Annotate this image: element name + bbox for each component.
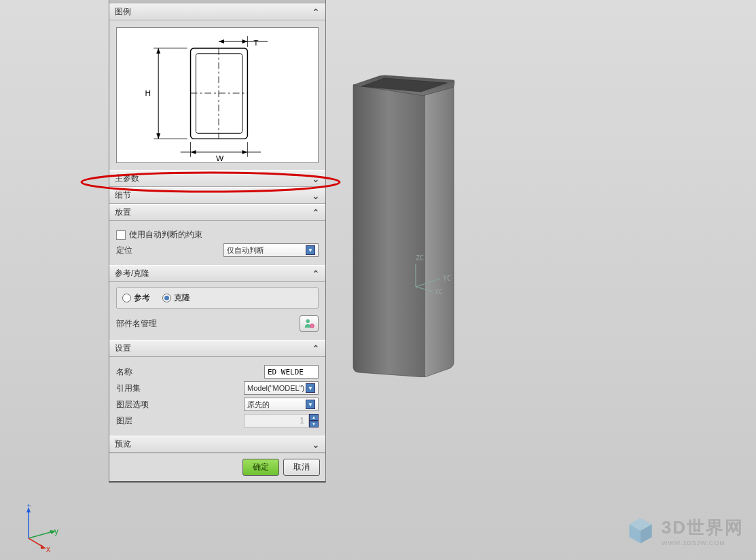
dialog-panel: 图例 ⌃ H W T 主参数 ⌄ bbox=[109, 0, 326, 483]
section-refclone[interactable]: 参考/克隆 ⌃ bbox=[109, 265, 325, 282]
section-main-params-label: 主参数 bbox=[115, 173, 139, 184]
chevron-down-icon: ⌄ bbox=[312, 173, 320, 184]
name-label: 名称 bbox=[116, 366, 170, 378]
auto-constraint-checkbox[interactable] bbox=[116, 230, 126, 240]
svg-line-2 bbox=[416, 287, 433, 292]
diagram-t-label: T bbox=[253, 38, 258, 48]
position-label: 定位 bbox=[116, 245, 170, 256]
svg-point-19 bbox=[310, 324, 314, 328]
clone-radio[interactable]: 克隆 bbox=[162, 292, 190, 304]
layer-opt-dropdown[interactable]: 原先的 ▼ bbox=[244, 398, 319, 411]
legend-diagram: H W T bbox=[116, 27, 319, 163]
section-preview-label: 预览 bbox=[115, 438, 131, 450]
name-input[interactable] bbox=[264, 365, 319, 379]
layer-opt-value: 原先的 bbox=[247, 400, 306, 410]
diagram-h-label: H bbox=[145, 88, 151, 98]
section-detail[interactable]: 细节 ⌄ bbox=[109, 187, 325, 204]
section-settings-label: 设置 bbox=[115, 343, 131, 354]
diagram-w-label: W bbox=[216, 154, 224, 162]
chevron-up-icon: ⌃ bbox=[312, 268, 320, 279]
model-view[interactable] bbox=[346, 65, 462, 377]
section-settings-body: 名称 引用集 Model("MODEL") ▼ 图层选项 原先的 ▼ 图层 1 … bbox=[109, 357, 325, 436]
ref-radio-label: 参考 bbox=[134, 292, 150, 304]
section-placement-body: 使用自动判断的约束 定位 仅自动判断 ▼ bbox=[109, 221, 325, 265]
part-mgmt-button[interactable] bbox=[300, 315, 319, 332]
position-dropdown[interactable]: 仅自动判断 ▼ bbox=[223, 243, 319, 257]
section-placement-label: 放置 bbox=[115, 207, 131, 218]
position-value: 仅自动判断 bbox=[227, 245, 306, 256]
svg-line-1 bbox=[416, 279, 440, 287]
section-settings[interactable]: 设置 ⌃ bbox=[109, 340, 325, 357]
chevron-down-icon: ⌄ bbox=[312, 439, 320, 450]
section-refclone-label: 参考/克隆 bbox=[115, 268, 149, 279]
section-main-params[interactable]: 主参数 ⌄ bbox=[109, 170, 325, 187]
watermark-url: WWW.3DSJW.COM bbox=[662, 540, 744, 546]
chevron-up-icon: ⌃ bbox=[312, 207, 320, 218]
watermark-logo-icon bbox=[625, 515, 656, 546]
layer-spinner: 1 ▲▼ bbox=[244, 414, 319, 427]
section-detail-label: 细节 bbox=[115, 190, 131, 201]
section-placement[interactable]: 放置 ⌃ bbox=[109, 204, 325, 221]
refset-label: 引用集 bbox=[116, 383, 170, 394]
section-refclone-body: 参考 克隆 部件名管理 bbox=[109, 282, 325, 340]
svg-text:x: x bbox=[46, 544, 50, 552]
section-preview[interactable]: 预览 ⌄ bbox=[109, 436, 325, 453]
part-mgmt-label: 部件名管理 bbox=[116, 318, 300, 330]
view-triad[interactable]: z y x bbox=[14, 504, 61, 552]
chevron-up-icon: ⌃ bbox=[312, 343, 320, 354]
radio-icon bbox=[122, 294, 131, 302]
section-legend-label: 图例 bbox=[115, 6, 131, 18]
dropdown-arrow-icon: ▼ bbox=[306, 400, 315, 409]
chevron-up-icon: ⌃ bbox=[312, 7, 320, 18]
refclone-radio-group: 参考 克隆 bbox=[116, 287, 319, 309]
cancel-button[interactable]: 取消 bbox=[283, 459, 320, 476]
svg-line-23 bbox=[29, 531, 53, 538]
svg-text:z: z bbox=[27, 504, 31, 508]
ref-radio[interactable]: 参考 bbox=[122, 292, 150, 304]
auto-constraint-label: 使用自动判断的约束 bbox=[129, 229, 319, 241]
layer-label: 图层 bbox=[116, 415, 170, 427]
watermark: 3D世界网 WWW.3DSJW.COM bbox=[625, 515, 744, 546]
refset-dropdown[interactable]: Model("MODEL") ▼ bbox=[244, 381, 319, 395]
dropdown-arrow-icon: ▼ bbox=[306, 245, 315, 255]
svg-point-18 bbox=[306, 319, 310, 323]
spinner-buttons: ▲▼ bbox=[309, 414, 319, 427]
wcs-axes-icon bbox=[406, 261, 444, 292]
clone-radio-label: 克隆 bbox=[174, 292, 190, 304]
chevron-down-icon: ⌄ bbox=[312, 190, 320, 201]
layer-opt-label: 图层选项 bbox=[116, 399, 170, 410]
dropdown-arrow-icon: ▼ bbox=[306, 383, 315, 393]
watermark-title: 3D世界网 bbox=[662, 516, 744, 540]
dialog-button-bar: 确定 取消 bbox=[109, 453, 325, 481]
layer-value: 1 bbox=[244, 414, 309, 427]
ok-button[interactable]: 确定 bbox=[242, 459, 279, 476]
section-legend[interactable]: 图例 ⌃ bbox=[109, 3, 325, 20]
svg-rect-4 bbox=[196, 54, 242, 133]
wcs-y-label: YC bbox=[443, 275, 451, 282]
svg-text:y: y bbox=[54, 527, 58, 536]
refset-value: Model("MODEL") bbox=[247, 384, 306, 392]
radio-icon bbox=[162, 294, 171, 302]
person-gear-icon bbox=[303, 317, 315, 330]
